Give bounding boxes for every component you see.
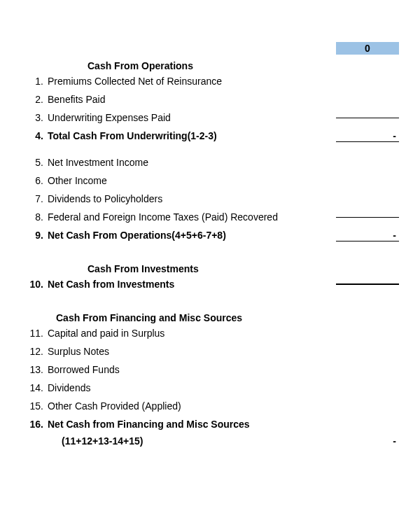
item-value: - — [336, 435, 399, 447]
total-row: 9. Net Cash From Operations(4+5+6-7+8) - — [21, 228, 399, 242]
line-item: 1. Premiums Collected Net of Reinsurance — [21, 74, 399, 88]
item-value: - — [336, 130, 399, 142]
line-item: 15. Other Cash Provided (Applied) — [21, 399, 399, 413]
item-number: 6. — [21, 175, 48, 186]
item-label: Dividends to Policyholders — [48, 193, 336, 204]
line-item: 3. Underwriting Expenses Paid — [21, 111, 399, 125]
item-number: 13. — [21, 364, 48, 375]
item-number: 5. — [21, 157, 48, 168]
item-value — [336, 217, 399, 218]
formula-text: (11+12+13-14+15) — [62, 435, 143, 447]
item-label: Net Cash From Operations(4+5+6-7+8) — [48, 230, 336, 241]
item-label: Other Income — [48, 175, 336, 186]
section-header-investments: Cash From Investments — [88, 263, 399, 274]
item-label: Premiums Collected Net of Reinsurance — [48, 76, 336, 87]
top-value-cell: 0 — [336, 42, 399, 55]
item-number: 7. — [21, 193, 48, 204]
item-label: Net Cash from Investments — [48, 279, 336, 290]
item-value — [336, 118, 399, 118]
item-value — [336, 284, 399, 285]
total-row: 16. Net Cash from Financing and Misc Sou… — [21, 417, 399, 431]
total-row: 4. Total Cash From Underwriting(1-2-3) - — [21, 129, 399, 143]
item-number: 1. — [21, 76, 48, 87]
item-number: 14. — [21, 382, 48, 393]
item-number: 16. — [21, 419, 48, 430]
item-number: 8. — [21, 211, 48, 223]
item-label: Surplus Notes — [48, 346, 336, 357]
item-label: Net Cash from Financing and Misc Sources — [48, 419, 336, 430]
item-number: 3. — [21, 112, 48, 123]
total-row: 10. Net Cash from Investments — [21, 277, 399, 291]
line-item: 14. Dividends — [21, 381, 399, 395]
total-formula-row: (11+12+13-14+15) - — [21, 435, 399, 447]
item-label: Total Cash From Underwriting(1-2-3) — [48, 130, 336, 141]
line-item: 2. Benefits Paid — [21, 92, 399, 106]
item-label: Net Investment Income — [48, 157, 336, 168]
item-number: 4. — [21, 130, 48, 141]
item-label: Other Cash Provided (Applied) — [48, 400, 336, 412]
item-number: 12. — [21, 346, 48, 357]
item-number: 2. — [21, 94, 48, 105]
item-value: - — [336, 230, 399, 241]
item-label: Capital and paid in Surplus — [48, 328, 336, 339]
item-label: Dividends — [48, 382, 336, 393]
item-number: 15. — [21, 400, 48, 412]
line-item: 12. Surplus Notes — [21, 344, 399, 358]
line-item: 7. Dividends to Policyholders — [21, 192, 399, 206]
item-label: Benefits Paid — [48, 94, 336, 105]
section-header-operations: Cash From Operations — [88, 60, 399, 71]
line-item: 13. Borrowed Funds — [21, 363, 399, 377]
item-number: 11. — [21, 328, 48, 339]
item-number: 9. — [21, 230, 48, 241]
line-item: 5. Net Investment Income — [21, 155, 399, 169]
item-label: Federal and Foreign Income Taxes (Paid) … — [48, 211, 336, 223]
line-item: 11. Capital and paid in Surplus — [21, 326, 399, 340]
item-number: 10. — [21, 279, 48, 290]
section-header-financing: Cash From Financing and Misc Sources — [56, 312, 399, 323]
item-label: Borrowed Funds — [48, 364, 336, 375]
item-label: Underwriting Expenses Paid — [48, 112, 336, 123]
line-item: 8. Federal and Foreign Income Taxes (Pai… — [21, 210, 399, 224]
line-item: 6. Other Income — [21, 174, 399, 188]
